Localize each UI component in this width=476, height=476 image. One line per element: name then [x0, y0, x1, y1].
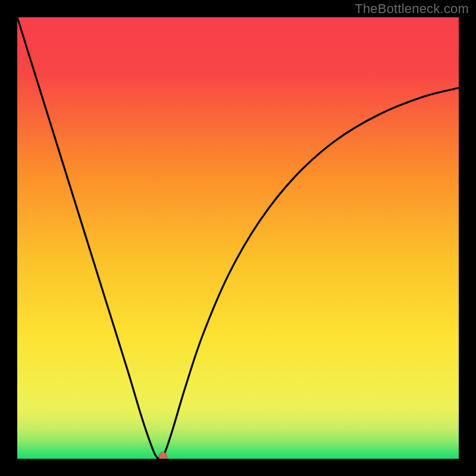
optimum-marker: [159, 452, 167, 459]
gradient-background: [17, 17, 459, 459]
chart-frame: TheBottleneck.com: [0, 0, 476, 476]
chart-svg: [17, 17, 459, 459]
watermark-text: TheBottleneck.com: [355, 1, 469, 17]
plot-area: [17, 17, 459, 459]
